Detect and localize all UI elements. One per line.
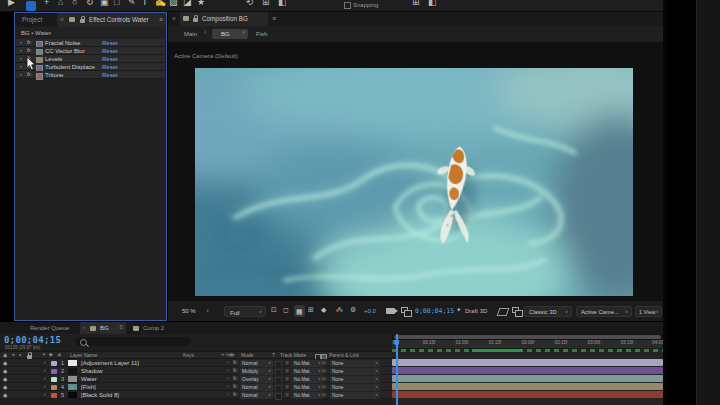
fx-icon[interactable]: fx xyxy=(233,377,237,382)
time-navigator-handle[interactable] xyxy=(394,335,661,339)
reset-link[interactable]: Reset xyxy=(102,72,118,78)
expand-arrow-icon[interactable]: › xyxy=(44,385,46,390)
reset-link[interactable]: Reset xyxy=(102,56,118,62)
tool-icon[interactable]: ↻ xyxy=(86,0,94,7)
tool-icon[interactable]: ★ xyxy=(197,0,205,7)
magnification-value[interactable]: 50 % xyxy=(182,308,196,314)
matte-pickwhip-icon[interactable]: ◎ xyxy=(285,393,289,398)
tool-icon[interactable]: ○ xyxy=(72,0,77,7)
expand-arrow-icon[interactable]: › xyxy=(20,48,22,53)
tool-icon[interactable]: ⌂ xyxy=(58,0,63,7)
reset-link[interactable]: Reset xyxy=(102,64,118,70)
matte-pickwhip-icon[interactable]: ◎ xyxy=(285,385,289,390)
expand-arrow-icon[interactable]: › xyxy=(44,393,46,398)
label-color-swatch[interactable] xyxy=(51,393,57,398)
tab-menu-icon[interactable]: ≡ xyxy=(119,324,123,330)
parent-pickwhip-icon[interactable]: ◎ xyxy=(322,385,326,390)
layer-name[interactable]: [Black Solid 8] xyxy=(81,392,119,398)
layer-bar[interactable] xyxy=(392,383,663,390)
layer-name-header[interactable]: Layer Name xyxy=(70,353,97,358)
time-ruler[interactable]: 00f 00:15f 01:00f 01:15f 02:00f 02:15f 0… xyxy=(392,340,663,349)
tool-icon[interactable]: ◧ xyxy=(428,0,437,7)
tool-icon[interactable]: ◧ xyxy=(278,0,287,7)
snapping-checkbox[interactable] xyxy=(344,2,351,9)
panel-menu-icon[interactable]: ≡ xyxy=(272,15,276,22)
overflow-chevron-icon[interactable]: « xyxy=(60,16,64,23)
breadcrumb-root[interactable]: Main xyxy=(184,31,197,37)
layer-row[interactable]: ◉ › 4 [Fish] ⟍ fx Normal ∨ ◎ No Mat ∨ xyxy=(0,383,392,391)
tool-icon[interactable]: ▨ xyxy=(169,0,178,7)
expand-arrow-icon[interactable]: › xyxy=(44,361,46,366)
fx-icon[interactable]: fx xyxy=(233,393,237,398)
exposure-gear-icon[interactable]: ⚙ xyxy=(350,306,356,313)
quality-icon[interactable]: ⟍ xyxy=(226,361,229,366)
expand-arrow-icon[interactable]: › xyxy=(44,377,46,382)
quality-icon[interactable]: ⟍ xyxy=(226,369,229,374)
cti-handle[interactable] xyxy=(394,340,399,345)
tab-render-queue[interactable]: Render Queue xyxy=(30,325,69,331)
effect-row[interactable]: › fx Levels Reset xyxy=(16,55,165,63)
tab-bg[interactable]: ‹ BG ≡ xyxy=(80,322,126,334)
breadcrumb-current-pill[interactable]: BG ‹ xyxy=(212,29,248,39)
layer-name[interactable]: Water xyxy=(81,376,97,382)
matte-pickwhip-icon[interactable]: ◎ xyxy=(285,369,289,374)
parent-pickwhip-icon[interactable]: ◎ xyxy=(322,361,326,366)
parent-dropdown[interactable]: None ∨ xyxy=(330,392,380,399)
matte-pickwhip-icon[interactable]: ◎ xyxy=(285,361,289,366)
tool-icon[interactable]: ✍ xyxy=(155,0,166,7)
quality-icon[interactable]: ⟍ xyxy=(226,393,229,398)
blend-mode-dropdown[interactable]: Overlay ∨ xyxy=(240,376,273,383)
timeline-track-area[interactable]: 00f 00:15f 01:00f 01:15f 02:00f 02:15f 0… xyxy=(392,334,663,405)
resolution-dropdown[interactable]: Full ∨ xyxy=(224,306,266,317)
parent-pickwhip-icon[interactable]: ◎ xyxy=(322,369,326,374)
draft3d-label[interactable]: Draft 3D xyxy=(465,308,487,314)
tab-project[interactable]: Project xyxy=(22,17,42,24)
home-tool-icon[interactable] xyxy=(26,1,36,11)
snapshot-camera-icon[interactable] xyxy=(386,308,395,314)
mask-visibility-toggle[interactable]: ▦ xyxy=(294,305,305,317)
parent-pickwhip-icon[interactable]: ◎ xyxy=(322,393,326,398)
renderer-dropdown[interactable]: Classic 3D ∨ xyxy=(524,306,572,317)
ruler-options-icon[interactable]: ◆ xyxy=(321,306,326,313)
panel-menu-icon[interactable]: ≡ xyxy=(159,16,163,23)
reset-link[interactable]: Reset xyxy=(102,48,118,54)
effect-row[interactable]: › fx Tritone Reset xyxy=(16,71,165,79)
layer-row[interactable]: ◉ › 5 [Black Solid 8] ⟍ fx Normal ∨ ◎ No… xyxy=(0,391,392,399)
layer-search-field[interactable] xyxy=(76,337,190,346)
tab-comp2[interactable]: Comp 2 xyxy=(143,325,164,331)
show-channel-icon[interactable] xyxy=(340,309,343,312)
expand-arrow-icon[interactable]: › xyxy=(20,56,22,61)
layer-row[interactable]: ◉ › 2 Shadow ⟍ fx Multiply ∨ ◎ No Mat ∨ … xyxy=(0,367,392,375)
label-color-swatch[interactable] xyxy=(51,361,57,366)
current-timecode[interactable]: 0;00;04;15 xyxy=(4,336,61,345)
track-matte-dropdown[interactable]: No Mat ∨ xyxy=(292,360,323,367)
effect-row[interactable]: › fx Turbulent Displace Reset xyxy=(16,63,165,71)
fx-badge-icon[interactable]: fx xyxy=(27,41,31,46)
tool-icon[interactable]: ◪ xyxy=(183,0,192,7)
blend-mode-dropdown[interactable]: Multiply ∨ xyxy=(240,368,273,375)
show-snapshot-icon[interactable] xyxy=(401,307,408,313)
track-matte-dropdown[interactable]: No Mat ∨ xyxy=(292,368,323,375)
reset-link[interactable]: Reset xyxy=(102,40,118,46)
parent-dropdown[interactable]: None ∨ xyxy=(330,360,380,367)
region-of-interest-icon[interactable]: ⊡ xyxy=(271,306,277,313)
parent-pickwhip-icon[interactable]: ◎ xyxy=(322,377,326,382)
tool-icon[interactable]: ▶ xyxy=(8,0,15,7)
draft3d-icon[interactable]: ✦ xyxy=(456,307,461,314)
expand-arrow-icon[interactable]: › xyxy=(20,40,22,45)
fx-icon[interactable]: fx xyxy=(233,369,237,374)
quality-icon[interactable]: ⟍ xyxy=(226,377,229,382)
layer-row[interactable]: ◉ › 1 [Adjustment Layer 11] ⟍ fx Normal … xyxy=(0,359,392,367)
current-time-indicator[interactable] xyxy=(396,334,398,405)
layer-bar[interactable] xyxy=(392,359,663,366)
lock-icon[interactable] xyxy=(80,19,85,23)
label-color-swatch[interactable] xyxy=(51,377,57,382)
quality-icon[interactable]: ⟍ xyxy=(226,385,229,390)
tool-icon[interactable]: ⟲ xyxy=(246,0,254,7)
views-dropdown[interactable]: 1 View ∨ xyxy=(635,306,662,317)
fx-badge-icon[interactable]: fx xyxy=(27,73,31,78)
track-matte-dropdown[interactable]: No Mat ∨ xyxy=(292,392,323,399)
fx-badge-icon[interactable]: fx xyxy=(27,49,31,54)
eye-icon[interactable]: ◉ xyxy=(3,393,7,398)
parent-dropdown[interactable]: None ∨ xyxy=(330,384,380,391)
